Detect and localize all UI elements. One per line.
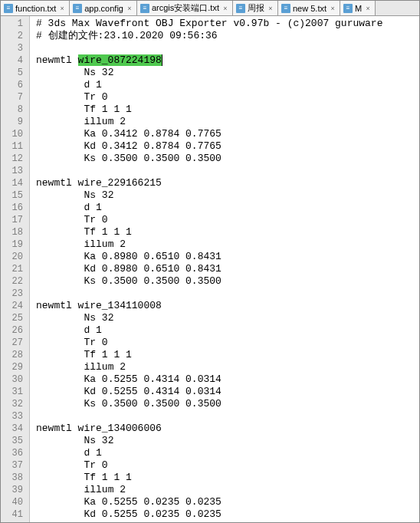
code-line: Ns 32	[36, 189, 419, 202]
code-line: Tr 0	[36, 214, 419, 226]
code-line: newmtl wire_134006006	[36, 423, 419, 435]
file-icon: ≡	[140, 4, 149, 13]
tab-0[interactable]: ≡function.txt×	[1, 1, 70, 15]
code-line: Ka 0.3412 0.8784 0.7765	[36, 128, 419, 140]
code-line: Ka 0.5255 0.0235 0.0235	[36, 496, 419, 508]
code-line	[36, 42, 419, 54]
code-line: newmtl wire_134110008	[36, 300, 419, 312]
close-icon[interactable]: ×	[364, 5, 372, 12]
tab-2[interactable]: ≡arcgis安装端口.txt×	[137, 1, 233, 15]
line-number: 39	[1, 484, 29, 496]
code-line: Kd 0.5255 0.4314 0.0314	[36, 386, 419, 398]
line-number: 14	[1, 177, 29, 189]
code-line: Ks 0.3500 0.3500 0.3500	[36, 398, 419, 410]
close-icon[interactable]: ×	[221, 5, 229, 12]
code-line: newmtl wire_087224198	[36, 54, 419, 67]
code-line: Kd 0.5255 0.0235 0.0235	[36, 508, 419, 521]
line-number: 23	[1, 288, 29, 300]
tab-label: app.config	[84, 4, 123, 13]
line-number: 28	[1, 349, 29, 361]
file-icon: ≡	[236, 4, 245, 13]
editor: 1234567891011121314151617181920212223242…	[1, 16, 419, 522]
close-icon[interactable]: ×	[126, 5, 133, 12]
code-line: Tf 1 1 1	[36, 226, 419, 238]
line-number: 34	[1, 423, 29, 435]
close-icon[interactable]: ×	[58, 5, 66, 12]
line-number: 17	[1, 214, 29, 226]
tab-5[interactable]: ≡M×	[340, 1, 376, 15]
code-line: illum 2	[36, 116, 419, 128]
code-line: Tf 1 1 1	[36, 104, 419, 116]
code-line	[36, 288, 419, 300]
code-line: Kd 0.3412 0.8784 0.7765	[36, 140, 419, 153]
code-line: Tf 1 1 1	[36, 349, 419, 361]
line-number: 5	[1, 67, 29, 79]
code-line: d 1	[36, 324, 419, 337]
file-icon: ≡	[73, 4, 82, 13]
code-line: illum 2	[36, 238, 419, 251]
code-line: Tr 0	[36, 459, 419, 472]
line-number: 31	[1, 386, 29, 398]
code-line: Kd 0.8980 0.6510 0.8431	[36, 263, 419, 275]
line-number: 6	[1, 79, 29, 91]
code-line: Ks 0.3500 0.3500 0.3500	[36, 275, 419, 288]
line-number: 26	[1, 324, 29, 337]
line-number: 29	[1, 361, 29, 373]
line-number: 13	[1, 165, 29, 177]
code-line: Ns 32	[36, 312, 419, 324]
code-line: # 创建的文件:23.10.2020 09:56:36	[36, 30, 419, 42]
line-number: 41	[1, 508, 29, 521]
code-line	[36, 410, 419, 423]
code-line: d 1	[36, 202, 419, 214]
line-number: 15	[1, 189, 29, 202]
file-icon: ≡	[281, 4, 290, 13]
line-number: 9	[1, 116, 29, 128]
line-number: 32	[1, 398, 29, 410]
tab-label: new 5.txt	[293, 4, 326, 13]
tab-3[interactable]: ≡周报×	[233, 1, 278, 15]
code-line: Ka 0.8980 0.6510 0.8431	[36, 251, 419, 263]
line-number: 18	[1, 226, 29, 238]
tab-bar: ≡function.txt×≡app.config×≡arcgis安装端口.tx…	[1, 1, 419, 16]
code-line: d 1	[36, 79, 419, 91]
line-number: 11	[1, 140, 29, 153]
line-number: 33	[1, 410, 29, 423]
line-number: 35	[1, 435, 29, 447]
code-line: d 1	[36, 447, 419, 459]
line-number: 22	[1, 275, 29, 288]
code-line: Ns 32	[36, 435, 419, 447]
line-number: 2	[1, 30, 29, 42]
line-number: 12	[1, 153, 29, 165]
line-number: 4	[1, 54, 29, 67]
code-line: Ks 0.3500 0.3500 0.3500	[36, 153, 419, 165]
line-number: 21	[1, 263, 29, 275]
code-line: Ns 32	[36, 67, 419, 79]
file-icon: ≡	[4, 4, 13, 13]
line-number: 27	[1, 337, 29, 349]
code-line: Tr 0	[36, 91, 419, 104]
code-line: Ka 0.5255 0.4314 0.0314	[36, 373, 419, 386]
code-line: # 3ds Max Wavefront OBJ Exporter v0.97b …	[36, 18, 419, 30]
code-line: illum 2	[36, 484, 419, 496]
selection: wire_087224198	[78, 54, 162, 66]
tab-label: 周报	[248, 2, 264, 14]
code-line	[36, 165, 419, 177]
line-gutter: 1234567891011121314151617181920212223242…	[1, 16, 30, 522]
tab-4[interactable]: ≡new 5.txt×	[278, 1, 340, 15]
code-line: newmtl wire_229166215	[36, 177, 419, 189]
line-number: 20	[1, 251, 29, 263]
tab-label: function.txt	[15, 4, 56, 13]
line-number: 3	[1, 42, 29, 54]
line-number: 36	[1, 447, 29, 459]
line-number: 7	[1, 91, 29, 104]
line-number: 37	[1, 459, 29, 472]
line-number: 25	[1, 312, 29, 324]
close-icon[interactable]: ×	[329, 5, 336, 12]
close-icon[interactable]: ×	[267, 5, 274, 12]
line-number: 19	[1, 238, 29, 251]
tab-1[interactable]: ≡app.config×	[70, 1, 137, 15]
code-line: illum 2	[36, 361, 419, 373]
line-number: 1	[1, 18, 29, 30]
code-line: Tr 0	[36, 337, 419, 349]
code-area[interactable]: # 3ds Max Wavefront OBJ Exporter v0.97b …	[30, 16, 419, 522]
